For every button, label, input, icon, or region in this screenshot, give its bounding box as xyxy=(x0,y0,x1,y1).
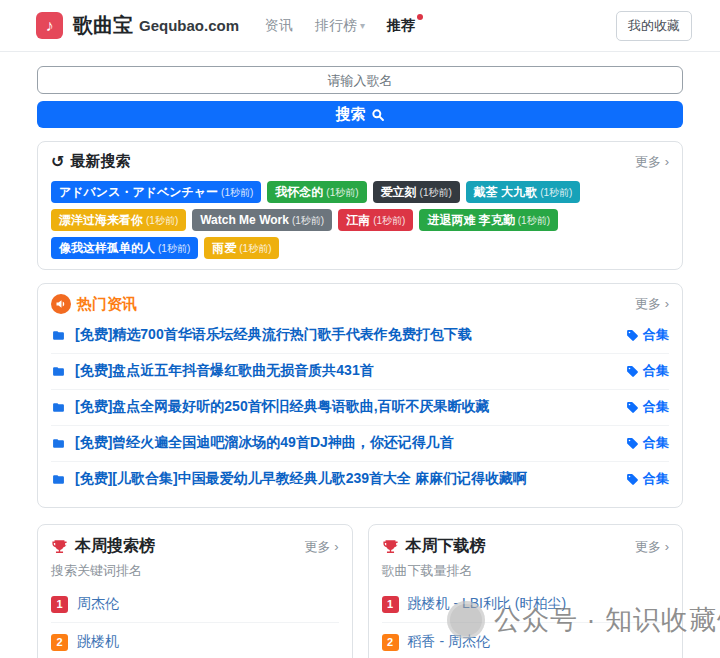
tag-icon xyxy=(626,437,639,450)
news-item-link[interactable]: [免费]盘点近五年抖音爆红歌曲无损音质共431首 xyxy=(75,362,374,380)
folder-icon xyxy=(51,329,66,342)
week-search-subtitle: 搜索关键词排名 xyxy=(51,562,339,580)
search-tag-time: (1秒前) xyxy=(540,187,572,198)
week-download-title: 本周下载榜 xyxy=(406,536,486,557)
rank-item[interactable]: 2跳楼机 xyxy=(51,623,339,658)
search-tag-time: (1秒前) xyxy=(239,243,271,254)
search-tag-text: アドバンス・アドベンチャー xyxy=(59,185,218,199)
trophy-icon xyxy=(51,538,68,555)
search-tag-text: 爱立刻 xyxy=(381,185,417,199)
search-tag[interactable]: Watch Me Work(1秒前) xyxy=(192,209,332,231)
search-tag[interactable]: 江南(1秒前) xyxy=(338,209,413,231)
latest-search-more-link[interactable]: 更多 › xyxy=(635,153,669,171)
search-tag-time: (1秒前) xyxy=(221,187,253,198)
week-search-more-link[interactable]: 更多 › xyxy=(305,538,339,556)
nav-item-news[interactable]: 资讯 xyxy=(265,17,293,35)
search-tag[interactable]: 像我这样孤单的人(1秒前) xyxy=(51,237,198,259)
collection-link[interactable]: 合集 xyxy=(626,398,669,416)
search-tag-time: (1秒前) xyxy=(420,187,452,198)
collection-link[interactable]: 合集 xyxy=(626,470,669,488)
search-tag[interactable]: 雨爱(1秒前) xyxy=(204,237,279,259)
collection-label: 合集 xyxy=(643,434,669,452)
week-download-more-link[interactable]: 更多 › xyxy=(635,538,669,556)
main-nav: 资讯 排行榜 ▾ 推荐 xyxy=(265,17,415,35)
music-note-icon: ♪ xyxy=(46,17,54,35)
nav-item-label: 资讯 xyxy=(265,17,293,35)
trophy-icon xyxy=(382,538,399,555)
history-icon: ↺ xyxy=(51,154,64,170)
search-tag-time: (1秒前) xyxy=(292,215,324,226)
folder-icon xyxy=(51,365,66,378)
collection-label: 合集 xyxy=(643,362,669,380)
nav-item-rankings[interactable]: 排行榜 ▾ xyxy=(315,17,365,35)
collection-link[interactable]: 合集 xyxy=(626,362,669,380)
news-item-link[interactable]: [免费]曾经火遍全国迪吧溜冰场的49首DJ神曲，你还记得几首 xyxy=(75,434,454,452)
rank-item-link[interactable]: 稻香 - 周杰伦 xyxy=(408,633,490,651)
megaphone-icon xyxy=(51,294,71,314)
tag-icon xyxy=(626,473,639,486)
collection-link[interactable]: 合集 xyxy=(626,434,669,452)
search-tag-text: Watch Me Work xyxy=(200,213,289,227)
news-item[interactable]: [免费][儿歌合集]中国最爱幼儿早教经典儿歌239首大全 麻麻们记得收藏啊合集 xyxy=(51,462,669,497)
search-tag-time: (1秒前) xyxy=(373,215,405,226)
search-tag-time: (1秒前) xyxy=(326,187,358,198)
nav-item-label: 排行榜 xyxy=(315,17,357,35)
news-item-link[interactable]: [免费]盘点全网最好听的250首怀旧经典粤语歌曲,百听不厌果断收藏 xyxy=(75,398,490,416)
site-logo[interactable]: ♪ xyxy=(36,12,63,39)
search-tag-time: (1秒前) xyxy=(146,215,178,226)
tag-icon xyxy=(626,365,639,378)
tag-icon xyxy=(626,329,639,342)
news-item-link[interactable]: [免费][儿歌合集]中国最爱幼儿早教经典儿歌239首大全 麻麻们记得收藏啊 xyxy=(75,470,527,488)
folder-icon xyxy=(51,473,66,486)
week-download-panel: 本周下载榜 更多 › 歌曲下载量排名 1跳楼机 - LBI利比 (时柏尘)2稻香… xyxy=(368,524,684,658)
news-item[interactable]: [免费]曾经火遍全国迪吧溜冰场的49首DJ神曲，你还记得几首合集 xyxy=(51,426,669,462)
rank-item-link[interactable]: 跳楼机 - LBI利比 (时柏尘) xyxy=(408,595,567,613)
latest-search-title: 最新搜索 xyxy=(70,152,130,171)
collection-link[interactable]: 合集 xyxy=(626,326,669,344)
search-tag-time: (1秒前) xyxy=(158,243,190,254)
search-tag-time: (1秒前) xyxy=(518,215,550,226)
news-item[interactable]: [免费]盘点近五年抖音爆红歌曲无损音质共431首合集 xyxy=(51,354,669,390)
search-button[interactable]: 搜索 xyxy=(37,101,683,128)
search-tag[interactable]: 漂洋过海来看你(1秒前) xyxy=(51,209,186,231)
news-item[interactable]: [免费]盘点全网最好听的250首怀旧经典粤语歌曲,百听不厌果断收藏合集 xyxy=(51,390,669,426)
search-tag-text: 江南 xyxy=(346,213,370,227)
search-tag-text: 进退两难 李克勤 xyxy=(427,213,514,227)
rank-item-link[interactable]: 周杰伦 xyxy=(77,595,119,613)
hot-news-list: [免费]精选700首华语乐坛经典流行热门歌手代表作免费打包下载合集[免费]盘点近… xyxy=(51,318,669,497)
search-tag-text: 我怀念的 xyxy=(275,185,323,199)
week-search-title: 本周搜索榜 xyxy=(75,536,155,557)
week-download-subtitle: 歌曲下载量排名 xyxy=(382,562,670,580)
song-search-input[interactable] xyxy=(37,66,683,94)
hot-news-card: 热门资讯 更多 › [免费]精选700首华语乐坛经典流行热门歌手代表作免费打包下… xyxy=(37,283,683,508)
rank-item-link[interactable]: 跳楼机 xyxy=(77,633,119,651)
week-download-list: 1跳楼机 - LBI利比 (时柏尘)2稻香 - 周杰伦3搀扶 - 马健涛4唯一 … xyxy=(382,585,670,658)
rank-item[interactable]: 2稻香 - 周杰伦 xyxy=(382,623,670,658)
collection-label: 合集 xyxy=(643,398,669,416)
latest-search-tags: アドバンス・アドベンチャー(1秒前)我怀念的(1秒前)爱立刻(1秒前)戴荃 大九… xyxy=(51,181,669,259)
rank-item[interactable]: 1周杰伦 xyxy=(51,585,339,623)
search-tag[interactable]: アドバンス・アドベンチャー(1秒前) xyxy=(51,181,261,203)
search-tag[interactable]: 进退两难 李克勤(1秒前) xyxy=(419,209,558,231)
site-domain: Gequbao.com xyxy=(139,17,239,34)
search-tag-text: 像我这样孤单的人 xyxy=(59,241,155,255)
search-tag[interactable]: 戴荃 大九歌(1秒前) xyxy=(466,181,581,203)
folder-icon xyxy=(51,437,66,450)
rank-badge: 1 xyxy=(51,596,68,613)
news-item-link[interactable]: [免费]精选700首华语乐坛经典流行热门歌手代表作免费打包下载 xyxy=(75,326,472,344)
site-name[interactable]: 歌曲宝 xyxy=(73,12,133,39)
search-tag-text: 漂洋过海来看你 xyxy=(59,213,143,227)
collection-label: 合集 xyxy=(643,470,669,488)
search-tag[interactable]: 爱立刻(1秒前) xyxy=(373,181,460,203)
search-tag[interactable]: 我怀念的(1秒前) xyxy=(267,181,366,203)
week-search-list: 1周杰伦2跳楼机3林俊杰4邓紫棋 xyxy=(51,585,339,658)
header: ♪ 歌曲宝 Gequbao.com 资讯 排行榜 ▾ 推荐 我的收藏 xyxy=(0,0,720,52)
news-item[interactable]: [免费]精选700首华语乐坛经典流行热门歌手代表作免费打包下载合集 xyxy=(51,318,669,354)
my-favorites-button[interactable]: 我的收藏 xyxy=(616,11,692,41)
notification-dot xyxy=(417,14,423,20)
nav-item-label: 推荐 xyxy=(387,17,415,35)
rank-item[interactable]: 1跳楼机 - LBI利比 (时柏尘) xyxy=(382,585,670,623)
search-icon xyxy=(371,108,385,122)
hot-news-more-link[interactable]: 更多 › xyxy=(635,295,669,313)
nav-item-recommended[interactable]: 推荐 xyxy=(387,17,415,35)
